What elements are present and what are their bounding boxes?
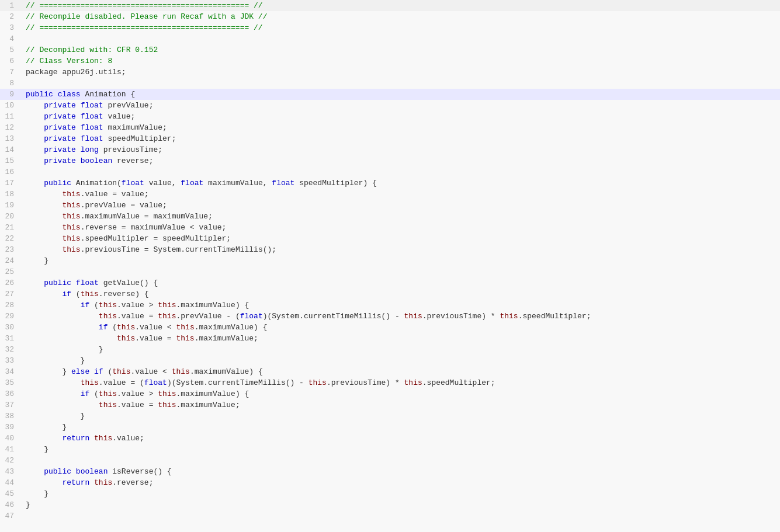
line-content: } else if (this.value < this.maximumValu…	[21, 366, 780, 377]
line-content: }	[21, 411, 780, 422]
code-line: 45 }	[0, 488, 780, 499]
line-content	[21, 78, 780, 89]
code-line: 17 public Animation(float value, float m…	[0, 178, 780, 189]
line-number: 21	[0, 222, 21, 233]
line-content: // Class Version: 8	[21, 55, 780, 67]
line-content: }	[21, 499, 780, 510]
line-number: 35	[0, 377, 21, 388]
line-content: private float value;	[21, 111, 780, 122]
line-content: private float speedMultipler;	[21, 133, 780, 144]
code-line: 12 private float maximumValue;	[0, 122, 780, 133]
code-line: 35 this.value = (float)(System.currentTi…	[0, 377, 780, 388]
line-content: this.previousTime = System.currentTimeMi…	[21, 244, 780, 255]
code-line: 6// Class Version: 8	[0, 55, 780, 67]
line-content: this.value = (float)(System.currentTimeM…	[21, 377, 780, 388]
line-number: 11	[0, 111, 21, 122]
line-number: 30	[0, 322, 21, 333]
line-number: 46	[0, 499, 21, 510]
line-content	[21, 455, 780, 466]
line-number: 8	[0, 78, 21, 89]
line-number: 18	[0, 189, 21, 200]
code-line: 7package appu26j.utils;	[0, 67, 780, 78]
line-number: 47	[0, 510, 21, 521]
line-number: 13	[0, 133, 21, 144]
line-content: private long previousTime;	[21, 144, 780, 155]
line-number: 25	[0, 266, 21, 277]
line-number: 44	[0, 477, 21, 488]
code-line: 30 if (this.value < this.maximumValue) {	[0, 322, 780, 333]
line-number: 42	[0, 455, 21, 466]
code-line: 9public class Animation {	[0, 89, 780, 100]
code-line: 29 this.value = this.prevValue - (float)…	[0, 311, 780, 322]
code-line: 10 private float prevValue;	[0, 100, 780, 111]
code-line: 19 this.prevValue = value;	[0, 200, 780, 211]
line-number: 36	[0, 388, 21, 399]
line-number: 7	[0, 67, 21, 78]
code-line: 36 if (this.value > this.maximumValue) {	[0, 388, 780, 399]
line-content	[21, 266, 780, 277]
line-content	[21, 33, 780, 44]
code-line: 18 this.value = value;	[0, 189, 780, 200]
code-line: 39 }	[0, 422, 780, 433]
line-number: 29	[0, 311, 21, 322]
line-number: 33	[0, 355, 21, 366]
line-content: }	[21, 422, 780, 433]
line-content: if (this.reverse) {	[21, 288, 780, 300]
line-content: }	[21, 355, 780, 366]
line-content: this.value = this.maximumValue;	[21, 333, 780, 344]
code-line: 22 this.speedMultipler = speedMultipler;	[0, 233, 780, 244]
line-number: 43	[0, 466, 21, 477]
code-line: 23 this.previousTime = System.currentTim…	[0, 244, 780, 255]
line-content: // =====================================…	[21, 0, 780, 11]
line-number: 16	[0, 166, 21, 178]
code-line: 21 this.reverse = maximumValue < value;	[0, 222, 780, 233]
line-number: 9	[0, 89, 21, 100]
code-line: 38 }	[0, 411, 780, 422]
code-line: 28 if (this.value > this.maximumValue) {	[0, 300, 780, 311]
line-content: private float maximumValue;	[21, 122, 780, 133]
code-line: 31 this.value = this.maximumValue;	[0, 333, 780, 344]
line-content: // Recompile disabled. Please run Recaf …	[21, 11, 780, 22]
line-number: 5	[0, 44, 21, 55]
line-content	[21, 510, 780, 521]
line-number: 17	[0, 178, 21, 189]
line-content: return this.value;	[21, 433, 780, 444]
code-line: 34 } else if (this.value < this.maximumV…	[0, 366, 780, 377]
code-line: 3// ====================================…	[0, 22, 780, 33]
line-number: 28	[0, 300, 21, 311]
line-content: // Decompiled with: CFR 0.152	[21, 44, 780, 55]
code-line: 15 private boolean reverse;	[0, 155, 780, 166]
code-line: 40 return this.value;	[0, 433, 780, 444]
line-number: 1	[0, 0, 21, 11]
line-content: this.reverse = maximumValue < value;	[21, 222, 780, 233]
line-number: 20	[0, 211, 21, 222]
line-number: 12	[0, 122, 21, 133]
code-line: 26 public float getValue() {	[0, 277, 780, 288]
code-line: 4	[0, 33, 780, 44]
code-line: 25	[0, 266, 780, 277]
line-content: }	[21, 255, 780, 266]
code-container: 1// ====================================…	[0, 0, 780, 532]
line-content: if (this.value < this.maximumValue) {	[21, 322, 780, 333]
line-number: 14	[0, 144, 21, 155]
line-content: this.maximumValue = maximumValue;	[21, 211, 780, 222]
line-number: 40	[0, 433, 21, 444]
line-content: public Animation(float value, float maxi…	[21, 178, 780, 189]
line-content: }	[21, 488, 780, 499]
code-line: 27 if (this.reverse) {	[0, 288, 780, 300]
code-line: 33 }	[0, 355, 780, 366]
line-content: return this.reverse;	[21, 477, 780, 488]
code-line: 24 }	[0, 255, 780, 266]
line-number: 41	[0, 444, 21, 455]
code-line: 32 }	[0, 344, 780, 355]
line-content: private boolean reverse;	[21, 155, 780, 166]
line-content: // =====================================…	[21, 22, 780, 33]
line-content: public boolean isReverse() {	[21, 466, 780, 477]
line-content: }	[21, 444, 780, 455]
line-content: this.value = this.maximumValue;	[21, 399, 780, 411]
line-number: 3	[0, 22, 21, 33]
line-number: 34	[0, 366, 21, 377]
code-line: 43 public boolean isReverse() {	[0, 466, 780, 477]
code-line: 37 this.value = this.maximumValue;	[0, 399, 780, 411]
line-content: public class Animation {	[21, 89, 780, 100]
